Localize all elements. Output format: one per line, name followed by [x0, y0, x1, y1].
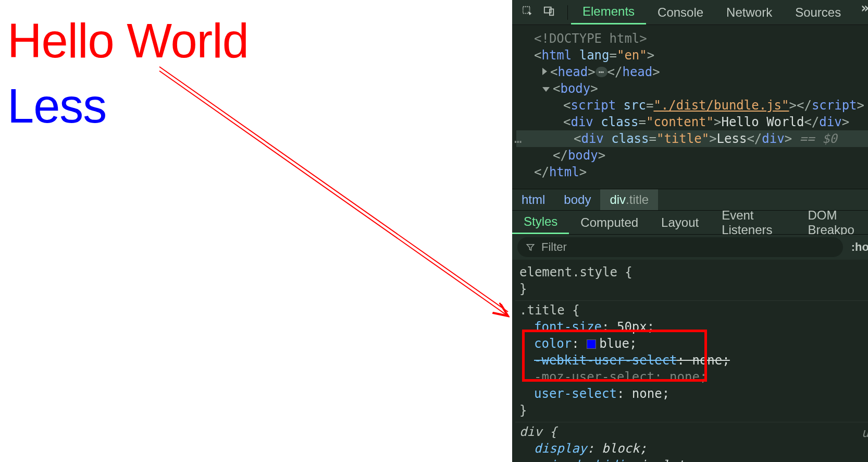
color-swatch-icon[interactable]: [587, 339, 596, 349]
root: Hello World Less: [0, 0, 868, 462]
tab-dom-breakpoints[interactable]: DOM Breakpo: [796, 211, 868, 234]
dom-div-title-selected[interactable]: … <div class="title">Less</div> == $0: [516, 130, 868, 147]
styles-filter-input[interactable]: Filter: [517, 237, 843, 257]
rule-title[interactable]: .title { font-size: 50px; color: blue; -…: [515, 301, 868, 422]
crumb-div-title[interactable]: div.title: [600, 189, 658, 210]
tab-sources[interactable]: Sources: [784, 0, 852, 25]
ua-source-label: u: [861, 424, 868, 441]
styles-filter-row: Filter :ho: [512, 235, 868, 260]
tab-computed[interactable]: Computed: [569, 211, 650, 234]
page-hello-world: Hello World: [7, 15, 505, 67]
styles-tab-strip: Styles Computed Layout Event Listeners D…: [512, 211, 868, 235]
dom-tree[interactable]: <!DOCTYPE html> <html lang="en"> <head>⋯…: [512, 25, 868, 189]
tab-console[interactable]: Console: [646, 0, 715, 25]
page-viewport: Hello World Less: [0, 0, 512, 462]
dom-body-close[interactable]: </body>: [516, 147, 868, 164]
devtools-panel: Elements Console Network Sources » <!DOC…: [512, 0, 868, 462]
decl-webkit-user-select[interactable]: -webkit-user-select: none;: [519, 352, 868, 369]
decl-moz-user-select[interactable]: -moz-user-select: none;: [519, 369, 868, 385]
page-less: Less: [7, 80, 505, 132]
tab-network[interactable]: Network: [715, 0, 784, 25]
tab-elements[interactable]: Elements: [571, 0, 646, 25]
filter-placeholder: Filter: [541, 240, 567, 254]
dom-body-open[interactable]: <body>: [516, 80, 868, 97]
devtools-tab-strip: Elements Console Network Sources »: [571, 0, 868, 25]
devtools-toolbar: Elements Console Network Sources »: [512, 0, 868, 25]
dom-html-open[interactable]: <html lang="en">: [516, 47, 868, 64]
dom-head[interactable]: <head>⋯</head>: [516, 64, 868, 80]
annotation-arrow: [0, 0, 512, 462]
hov-toggle[interactable]: :ho: [848, 240, 868, 254]
tab-layout[interactable]: Layout: [650, 211, 710, 234]
toolbar-separator: [567, 5, 568, 20]
ellipsis-icon[interactable]: ⋯: [596, 67, 607, 77]
crumb-body[interactable]: body: [554, 189, 600, 210]
decl-unicode-bidi[interactable]: unicode-bidi: isolate;: [519, 457, 868, 462]
tab-event-listeners[interactable]: Event Listeners: [710, 211, 796, 234]
decl-font-size[interactable]: font-size: 50px;: [519, 319, 868, 335]
expand-icon[interactable]: [542, 68, 547, 75]
decl-user-select[interactable]: user-select: none;: [519, 385, 868, 402]
dom-html-close[interactable]: </html>: [516, 164, 868, 180]
tab-styles[interactable]: Styles: [512, 211, 569, 234]
rule-div-ua[interactable]: u div { display: block; unicode-bidi: is…: [515, 422, 868, 462]
decl-color[interactable]: color: blue;: [519, 335, 868, 352]
toolbar-icons: [512, 5, 564, 20]
styles-pane[interactable]: element.style { } .title { font-size: 50…: [512, 260, 868, 462]
device-toggle-icon[interactable]: [543, 5, 555, 20]
decl-display[interactable]: display: block;: [519, 440, 868, 457]
row-menu-icon[interactable]: …: [514, 130, 522, 147]
crumb-html[interactable]: html: [512, 189, 554, 210]
filter-icon: [526, 242, 535, 252]
dom-doctype[interactable]: <!DOCTYPE html>: [516, 30, 868, 47]
tabs-overflow-icon[interactable]: »: [852, 0, 868, 25]
rule-element-style[interactable]: element.style { }: [515, 263, 868, 301]
dom-script[interactable]: <script src="./dist/bundle.js"></script>: [516, 97, 868, 114]
collapse-icon[interactable]: [542, 87, 550, 92]
dom-div-content[interactable]: <div class="content">Hello World</div>: [516, 114, 868, 130]
inspect-element-icon[interactable]: [522, 5, 533, 20]
